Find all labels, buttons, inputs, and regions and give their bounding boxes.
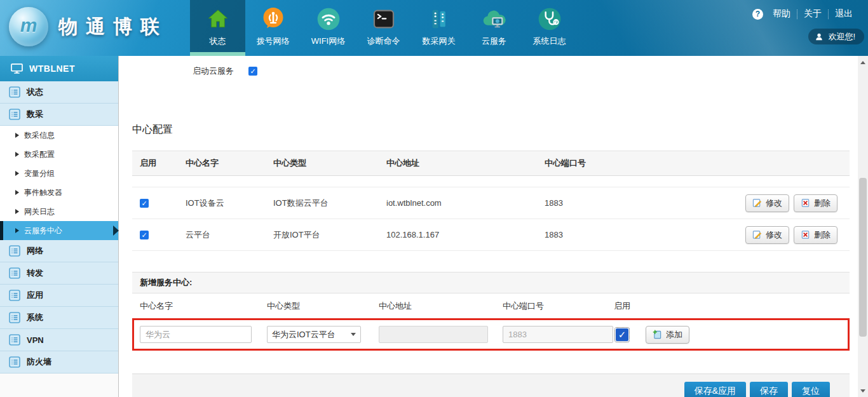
sidebar-item-data-info[interactable]: 数采信息	[0, 126, 118, 145]
sidebar-item-application[interactable]: 应用	[0, 285, 118, 307]
scrollbar[interactable]	[858, 56, 868, 397]
tab-data-gateway[interactable]: 数采网关	[411, 0, 466, 56]
label-enable: 启用	[614, 300, 850, 312]
save-button[interactable]: 保存	[750, 382, 788, 397]
help-link[interactable]: 帮助	[766, 8, 797, 20]
tab-cloud-service[interactable]: 云服务	[466, 0, 522, 56]
sidebar-item-label: 防火墙	[27, 356, 51, 368]
enable-cloud-checkbox[interactable]	[248, 67, 257, 76]
sidebar-item-gateway-log[interactable]: 网关日志	[0, 202, 118, 221]
delete-icon	[801, 230, 810, 239]
list-icon	[9, 245, 20, 257]
sidebar-item-vpn[interactable]: VPN	[0, 329, 118, 351]
cloud-monitor-icon	[481, 6, 508, 32]
col-enable: 启用	[140, 158, 186, 169]
cell-address: iot.wtblnet.com	[386, 198, 545, 208]
table-row: IOT设备云 IOT数据云平台 iot.wtblnet.com 1883 修改 …	[132, 187, 850, 219]
modify-button[interactable]: 修改	[745, 226, 789, 244]
sidebar-item-cloud-service-center[interactable]: 云服务中心	[0, 221, 118, 240]
cell-address: 102.168.1.167	[386, 230, 545, 239]
cell-type: 开放IOT平台	[273, 229, 386, 241]
tab-diagnostic-commands[interactable]: 诊断命令	[356, 0, 411, 56]
sidebar-item-status[interactable]: 状态	[0, 81, 118, 104]
col-address: 中心地址	[386, 158, 545, 169]
sidebar: WTBLNET 状态 数采 数采信息 数采配置 变量分组 事件触发器 网关日志 …	[0, 56, 119, 397]
list-icon	[9, 334, 20, 346]
row-enabled-checkbox[interactable]	[140, 231, 149, 239]
sidebar-item-label: 云服务中心	[24, 225, 62, 236]
table-row: 云平台 开放IOT平台 102.168.1.167 1883 修改 删除	[132, 219, 850, 251]
tab-dialup-network[interactable]: 拨号网络	[245, 0, 301, 56]
selected-pointer-icon	[113, 225, 119, 236]
welcome-text: 欢迎您!	[828, 31, 855, 43]
wifi-icon	[315, 6, 342, 32]
save-apply-button[interactable]: 保存&应用	[684, 382, 746, 397]
sidebar-item-label: 变量分组	[24, 168, 55, 179]
gateway-icon	[426, 6, 452, 32]
col-type: 中心类型	[273, 158, 386, 169]
center-name-input[interactable]	[140, 326, 252, 343]
tab-status[interactable]: 状态	[190, 0, 245, 56]
sidebar-item-network[interactable]: 网络	[0, 240, 118, 262]
delete-button[interactable]: 删除	[794, 194, 837, 212]
col-name: 中心名字	[186, 158, 273, 169]
brand-name: 物通博联	[58, 14, 168, 40]
sidebar-item-label: 网关日志	[24, 206, 55, 217]
reset-button[interactable]: 复位	[792, 382, 830, 397]
center-address-input[interactable]	[379, 326, 488, 343]
footer-bar: 保存&应用 保存 复位	[132, 373, 850, 397]
scroll-up-arrow[interactable]	[858, 57, 868, 67]
active-tab-underline	[190, 52, 245, 56]
about-link[interactable]: 关于	[797, 8, 828, 20]
sidebar-item-forwarding[interactable]: 转发	[0, 262, 118, 285]
add-center-row-highlighted: 华为云IOT云平台 添加	[132, 318, 850, 351]
sidebar-item-label: 应用	[27, 290, 43, 301]
terminal-icon	[370, 6, 397, 32]
cell-type: IOT数据云平台	[273, 198, 386, 209]
sidebar-item-label: 数采信息	[24, 130, 55, 141]
caret-right-icon	[15, 133, 19, 138]
sidebar-item-data-config[interactable]: 数采配置	[0, 145, 118, 164]
scrollbar-thumb[interactable]	[859, 178, 867, 337]
add-enable-checkbox[interactable]	[616, 328, 628, 341]
tab-label: WIFI网络	[311, 36, 345, 47]
table-spacer	[132, 176, 850, 187]
label-type: 中心类型	[267, 300, 379, 312]
user-icon	[815, 32, 824, 41]
sidebar-item-event-trigger[interactable]: 事件触发器	[0, 183, 118, 202]
tab-wifi-network[interactable]: WIFI网络	[301, 0, 356, 56]
sidebar-item-data-acq[interactable]: 数采	[0, 104, 118, 126]
sidebar-item-label: 状态	[27, 86, 43, 98]
sidebar-item-system[interactable]: 系统	[0, 307, 118, 329]
top-links: ? 帮助 关于 退出	[752, 8, 859, 20]
list-icon	[9, 86, 20, 98]
add-center-title: 新增服务中心:	[140, 277, 192, 288]
caret-right-icon	[15, 190, 19, 195]
home-icon	[205, 6, 231, 32]
sidebar-item-label: 事件触发器	[24, 187, 62, 198]
sidebar-item-firewall[interactable]: 防火墙	[0, 351, 118, 373]
tab-system-log[interactable]: 系统日志	[522, 0, 577, 56]
center-type-select[interactable]: 华为云IOT云平台	[267, 326, 361, 343]
col-port: 中心端口号	[545, 158, 679, 169]
row-enabled-checkbox[interactable]	[140, 199, 149, 208]
scroll-down-arrow[interactable]	[858, 386, 868, 396]
sidebar-item-variable-group[interactable]: 变量分组	[0, 164, 118, 183]
cell-port: 1883	[545, 230, 679, 239]
caret-right-icon	[15, 171, 19, 176]
add-button[interactable]: 添加	[646, 326, 689, 344]
caret-right-icon	[15, 228, 19, 233]
label-name: 中心名字	[140, 300, 267, 312]
tab-label: 拨号网络	[257, 36, 290, 47]
tab-label: 系统日志	[533, 36, 566, 47]
delete-button[interactable]: 删除	[794, 226, 837, 244]
add-file-icon	[653, 330, 662, 339]
modify-button[interactable]: 修改	[745, 194, 789, 212]
center-port-input[interactable]	[503, 326, 613, 343]
top-header: m 物通博联 状态 拨号网络	[0, 0, 868, 56]
logout-link[interactable]: 退出	[829, 8, 859, 20]
add-label: 添加	[666, 329, 682, 340]
modify-label: 修改	[766, 198, 782, 209]
sidebar-item-label: 系统	[27, 312, 43, 323]
monitor-icon	[11, 64, 23, 74]
